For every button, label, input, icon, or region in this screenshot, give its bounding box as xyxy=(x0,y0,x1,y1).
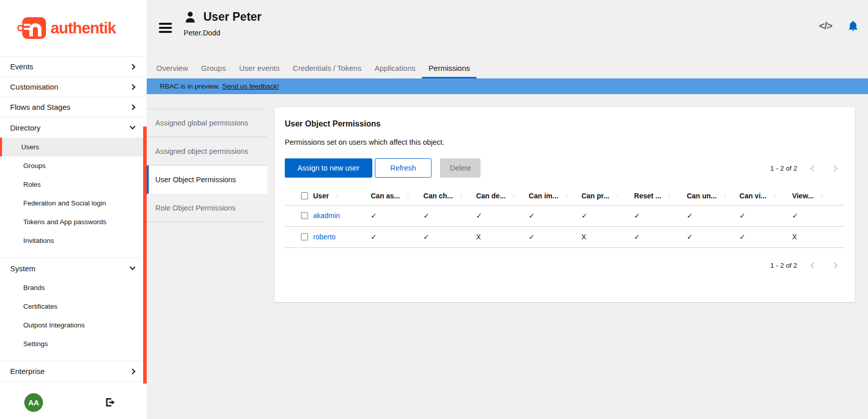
column-header-can-vi[interactable]: Can vi...↕ xyxy=(740,187,792,205)
sidebar-item-label: Groups xyxy=(23,162,46,170)
page-subtitle: Peter.Dodd xyxy=(184,29,262,37)
select-row-checkbox[interactable] xyxy=(301,233,308,240)
user-icon xyxy=(184,11,197,24)
sidebar-item-tokens-app-passwords[interactable]: Tokens and App passwords xyxy=(0,213,147,231)
pagination-prev-icon[interactable] xyxy=(810,262,817,269)
sort-icon[interactable]: ↕ xyxy=(459,192,463,200)
refresh-button[interactable]: Refresh xyxy=(375,158,432,178)
sidebar-item-directory[interactable]: Directory xyxy=(0,117,147,138)
table-row: akadmin ✓ ✓ ✓ ✓ ✓ ✓ ✓ ✓ ✓ xyxy=(285,205,845,226)
column-header-can-im[interactable]: Can im...↕ xyxy=(529,187,581,205)
notifications-bell-icon[interactable] xyxy=(847,20,859,32)
sidebar-item-label: Certificates xyxy=(23,303,58,310)
banner-text: RBAC is in preview. xyxy=(160,82,220,90)
subtab-user-object-permissions[interactable]: User Object Permissions xyxy=(147,165,267,194)
tab-groups[interactable]: Groups xyxy=(195,57,233,78)
hamburger-menu-icon[interactable] xyxy=(159,23,172,35)
sidebar-footer: AA xyxy=(0,386,147,419)
subtab-assigned-object-permissions[interactable]: Assigned object permissions xyxy=(147,137,267,165)
sidebar: authentik Events Customisation Flows and… xyxy=(0,0,147,419)
column-header-reset[interactable]: Reset ...↕ xyxy=(634,187,687,205)
subtab-assigned-global-permissions[interactable]: Assigned global permissions xyxy=(147,109,267,137)
sort-icon[interactable]: ↕ xyxy=(335,192,339,200)
sidebar-item-system[interactable]: System xyxy=(0,258,147,278)
sidebar-item-enterprise[interactable]: Enterprise xyxy=(0,361,147,382)
column-header-can-as[interactable]: Can as...↕ xyxy=(371,187,423,205)
authentik-logo[interactable]: authentik xyxy=(17,17,116,39)
tab-applications[interactable]: Applications xyxy=(368,57,422,78)
sort-icon[interactable]: ↕ xyxy=(668,192,671,200)
main-area: User Peter Peter.Dodd </> Overview Group… xyxy=(147,0,868,419)
permission-value: ✓ xyxy=(371,205,423,226)
sort-icon[interactable]: ↕ xyxy=(565,192,569,200)
tab-credentials-tokens[interactable]: Credentials / Tokens xyxy=(286,57,368,78)
content-area: Assigned global permissions Assigned obj… xyxy=(147,94,868,419)
column-header-user[interactable]: User↕ xyxy=(313,187,371,205)
api-code-icon[interactable]: </> xyxy=(819,20,832,32)
avatar[interactable]: AA xyxy=(24,393,43,412)
sidebar-item-groups[interactable]: Groups xyxy=(0,156,147,175)
pagination-prev-icon[interactable] xyxy=(810,165,817,172)
permission-value: ✓ xyxy=(687,205,740,226)
pagination-top: 1 - 2 of 2 xyxy=(770,164,837,172)
toolbar: Assign to new user Refresh Delete 1 - 2 … xyxy=(285,158,837,178)
sidebar-item-events[interactable]: Events xyxy=(0,57,147,77)
table-row: roberto ✓ ✓ X ✓ X ✓ ✓ ✓ X xyxy=(285,226,845,247)
sidebar-item-federation-social-login[interactable]: Federation and Social login xyxy=(0,194,147,213)
sidebar-item-users[interactable]: Users xyxy=(0,138,147,156)
column-header-can-un[interactable]: Can un...↕ xyxy=(687,187,740,205)
user-link[interactable]: roberto xyxy=(313,233,335,241)
pagination-bottom: 1 - 2 of 2 xyxy=(770,262,837,269)
header-icons: </> xyxy=(819,20,859,32)
select-row-checkbox[interactable] xyxy=(301,212,308,219)
user-object-permissions-card: User Object Permissions Permissions set … xyxy=(275,107,855,302)
sidebar-item-brands[interactable]: Brands xyxy=(0,278,147,297)
sidebar-item-label: Invitations xyxy=(23,237,54,244)
sidebar-item-certificates[interactable]: Certificates xyxy=(0,297,147,316)
pagination-next-icon[interactable] xyxy=(831,262,838,269)
sort-icon[interactable]: ↕ xyxy=(820,192,824,200)
permission-value: ✓ xyxy=(476,205,529,226)
permission-value: ✓ xyxy=(581,205,634,226)
sort-icon[interactable]: ↕ xyxy=(512,192,516,200)
permission-value: ✓ xyxy=(792,205,845,226)
sort-icon[interactable]: ↕ xyxy=(773,192,776,200)
permission-subtabs: Assigned global permissions Assigned obj… xyxy=(147,109,267,222)
sort-icon[interactable]: ↕ xyxy=(407,192,410,200)
rbac-preview-banner: RBAC is in preview. Send us feedback! xyxy=(147,78,868,94)
feedback-link[interactable]: Send us feedback! xyxy=(223,82,279,90)
pagination-label: 1 - 2 of 2 xyxy=(770,262,797,269)
sidebar-item-label: System xyxy=(10,264,35,273)
assign-to-new-user-button[interactable]: Assign to new user xyxy=(285,158,372,178)
permission-value: ✓ xyxy=(687,226,740,247)
column-header-can-pr[interactable]: Can pr...↕ xyxy=(581,187,634,205)
sidebar-item-roles[interactable]: Roles xyxy=(0,175,147,194)
sort-icon[interactable]: ↕ xyxy=(723,192,727,200)
pagination-label: 1 - 2 of 2 xyxy=(770,164,797,172)
sidebar-item-label: Roles xyxy=(23,181,41,188)
sidebar-scrollbar[interactable] xyxy=(143,127,147,384)
tab-label: Credentials / Tokens xyxy=(293,64,362,72)
tab-overview[interactable]: Overview xyxy=(150,57,195,78)
pagination-next-icon[interactable] xyxy=(831,165,838,172)
sort-icon[interactable]: ↕ xyxy=(616,192,620,200)
delete-button[interactable]: Delete xyxy=(440,158,481,178)
sidebar-item-invitations[interactable]: Invitations xyxy=(0,231,147,250)
user-link[interactable]: akadmin xyxy=(313,212,340,220)
card-title: User Object Permissions xyxy=(275,107,855,129)
sidebar-item-settings[interactable]: Settings xyxy=(0,334,147,353)
subtab-role-object-permissions[interactable]: Role Object Permissions xyxy=(147,194,267,222)
tab-permissions[interactable]: Permissions xyxy=(422,57,476,78)
sidebar-item-outpost-integrations[interactable]: Outpost Integrations xyxy=(0,316,147,334)
sidebar-item-flows-and-stages[interactable]: Flows and Stages xyxy=(0,97,147,117)
sidebar-item-customisation[interactable]: Customisation xyxy=(0,77,147,97)
logout-button[interactable] xyxy=(105,397,116,408)
column-header-can-de[interactable]: Can de...↕ xyxy=(476,187,529,205)
select-all-checkbox[interactable] xyxy=(301,192,308,199)
tab-user-events[interactable]: User events xyxy=(233,57,286,78)
sidebar-item-label: Federation and Social login xyxy=(23,199,106,207)
sidebar-item-label: Directory xyxy=(10,123,40,132)
sidebar-group-system: System Brands Certificates Outpost Integ… xyxy=(0,258,147,361)
column-header-view[interactable]: View...↕ xyxy=(792,187,845,205)
column-header-can-ch[interactable]: Can ch...↕ xyxy=(423,187,476,205)
